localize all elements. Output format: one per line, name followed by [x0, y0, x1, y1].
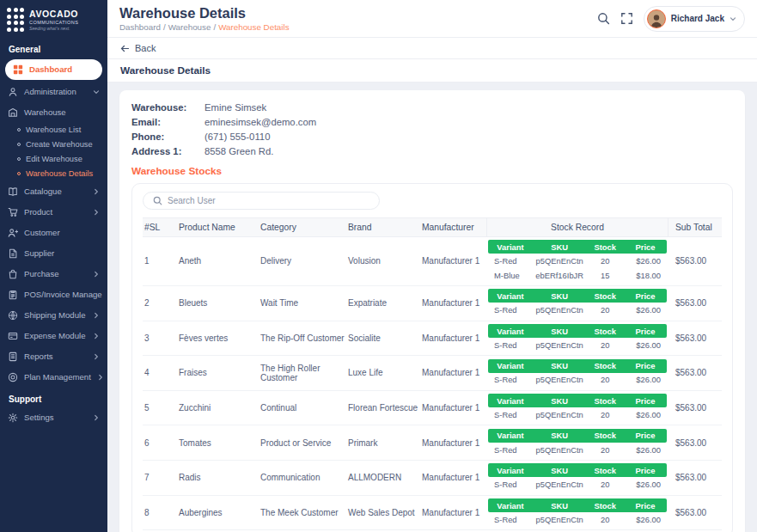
sidebar-item-supplier[interactable]: Supplier	[0, 243, 107, 264]
sidebar-item-label: Reports	[24, 352, 53, 361]
search-user-input[interactable]	[168, 196, 369, 205]
sku-value: p5QEnEnCtn	[533, 303, 586, 317]
sidebar-item-reports[interactable]: Reports	[0, 346, 107, 367]
sidebar-subitem-label: Edit Warehouse	[26, 155, 82, 163]
stock-column-price: Price	[624, 240, 667, 254]
row-manufacturer: Manufacturer 1	[420, 333, 486, 343]
stock-column-stock: Stock	[586, 394, 624, 407]
chevron-right-icon	[97, 374, 104, 381]
column-header-brand: Brand	[346, 218, 420, 236]
stock-variant-row: M-BlueebERf16IbJR15$18.00	[488, 268, 667, 283]
stock-value: 15	[586, 268, 624, 283]
field-row: Address 1:8558 Green Rd.	[131, 144, 733, 159]
sidebar-item-customer[interactable]: Customer	[0, 223, 107, 243]
price-value: $26.00	[624, 303, 667, 317]
row-brand: Web Sales Depot	[346, 508, 420, 517]
row-brand: Volusion	[346, 256, 420, 266]
bullet-icon	[17, 128, 21, 131]
warehouse-details-card: Warehouse:Emine SimsekEmail:eminesimsek@…	[119, 90, 745, 532]
warehouse-stocks-panel: #SLProduct NameCategoryBrandManufacturer…	[131, 183, 733, 532]
stock-record-table: VariantSKUStockPriceS-Redp5QEnEnCtn20$26…	[488, 394, 667, 422]
stock-variant-row: S-Redp5QEnEnCtn20$26.00	[488, 477, 667, 492]
stock-column-variant: Variant	[488, 240, 533, 254]
row-sub-total: $563.00	[668, 508, 722, 517]
sku-value: p5QEnEnCtn	[533, 407, 586, 422]
stocks-table-body: 1AnethDeliveryVolusionManufacturer 1Vari…	[143, 237, 722, 530]
price-value: $26.00	[624, 512, 667, 527]
column-header-product-name: Product Name	[177, 218, 259, 236]
row-product-name: Radis	[177, 473, 259, 482]
sidebar-item-settings[interactable]: Settings	[0, 407, 107, 428]
stock-value: 20	[586, 303, 624, 317]
row-category: Product or Service	[259, 438, 346, 448]
page-title: Warehouse Details	[119, 5, 290, 21]
field-value: eminesimsek@demo.com	[205, 117, 316, 127]
sidebar-subitem-label: Warehouse Details	[26, 169, 93, 178]
stock-column-variant: Variant	[488, 394, 533, 407]
row-sub-total: $563.00	[668, 256, 722, 266]
stock-column-variant: Variant	[488, 498, 533, 512]
sidebar-item-label: Catalogue	[24, 187, 62, 196]
table-row: 1AnethDeliveryVolusionManufacturer 1Vari…	[143, 237, 722, 286]
row-sl: 5	[143, 403, 177, 413]
stock-record-header: VariantSKUStockPrice	[488, 240, 667, 254]
stock-record-header: VariantSKUStockPrice	[488, 498, 667, 512]
main-area: Warehouse Details Dashboard/Warehouse/Wa…	[107, 0, 757, 532]
search-icon[interactable]	[597, 12, 610, 25]
field-label: Address 1:	[131, 146, 205, 156]
sidebar-item-label: Product	[24, 207, 52, 217]
sidebar-item-administration[interactable]: Administration	[0, 82, 107, 102]
stock-record-cell: VariantSKUStockPriceS-Redp5QEnEnCtn20$26…	[486, 498, 668, 527]
variant-value: S-Red	[488, 254, 533, 268]
variant-value: M-Blue	[488, 268, 533, 283]
sidebar-subitem-warehouse-details[interactable]: Warehouse Details	[0, 167, 107, 181]
stock-column-price: Price	[624, 394, 667, 407]
breadcrumb-separator: /	[163, 22, 166, 32]
price-value: $26.00	[624, 254, 667, 268]
row-category: Continual	[259, 403, 346, 413]
breadcrumb-dashboard[interactable]: Dashboard	[119, 22, 161, 32]
field-row: Email:eminesimsek@demo.com	[131, 114, 733, 129]
sku-value: p5QEnEnCtn	[533, 512, 586, 527]
sidebar-subitem-warehouse-list[interactable]: Warehouse List	[0, 123, 107, 138]
field-label: Email:	[131, 117, 205, 127]
avatar	[647, 9, 666, 28]
search-icon	[153, 196, 162, 205]
sidebar-item-catalogue[interactable]: Catalogue	[0, 181, 107, 202]
fullscreen-icon[interactable]	[620, 12, 633, 25]
stock-record-header: VariantSKUStockPrice	[488, 394, 667, 407]
sidebar-item-product[interactable]: Product	[0, 202, 107, 223]
breadcrumb-warehouse[interactable]: Warehouse	[168, 22, 211, 32]
stock-record-cell: VariantSKUStockPriceS-Redp5QEnEnCtn20$26…	[486, 429, 668, 457]
row-product-name: Fèves vertes	[177, 333, 259, 343]
variant-value: S-Red	[488, 443, 533, 457]
stock-column-sku: SKU	[533, 289, 586, 303]
plan-icon	[8, 372, 18, 382]
stock-column-stock: Stock	[586, 359, 624, 373]
stock-record-cell: VariantSKUStockPriceS-Redp5QEnEnCtn20$26…	[486, 359, 668, 388]
price-value: $26.00	[624, 407, 667, 422]
column-header-manufacturer: Manufacturer	[420, 218, 486, 236]
dashboard-icon	[13, 64, 23, 75]
sidebar-item-label: Customer	[24, 228, 60, 237]
sidebar-item-dashboard[interactable]: Dashboard	[5, 59, 102, 80]
sidebar-item-label: Shipping Module	[24, 310, 85, 320]
warehouse-fields: Warehouse:Emine SimsekEmail:eminesimsek@…	[131, 100, 733, 159]
section-title: Warehouse Details	[107, 59, 757, 83]
sidebar-item-expense-module[interactable]: Expense Module	[0, 326, 107, 346]
sidebar-item-shipping-module[interactable]: Shipping Module	[0, 305, 107, 326]
table-row: 6TomatesProduct or ServicePrimarkManufac…	[143, 425, 722, 461]
sidebar-subitem-create-warehouse[interactable]: Create Warehouse	[0, 138, 107, 152]
sidebar-item-plan-management[interactable]: Plan Management	[0, 367, 107, 388]
stock-variant-row: S-Redp5QEnEnCtn20$26.00	[488, 373, 667, 388]
stock-column-stock: Stock	[586, 463, 624, 477]
sidebar-item-pos-invoice-manage[interactable]: POS/Invoice Manage	[0, 284, 107, 305]
field-row: Warehouse:Emine Simsek	[131, 100, 733, 114]
sidebar-item-warehouse[interactable]: Warehouse	[0, 102, 107, 123]
catalogue-icon	[8, 187, 18, 197]
sidebar-item-purchase[interactable]: Purchase	[0, 264, 107, 284]
table-row: 8AuberginesThe Meek CustomerWeb Sales De…	[143, 496, 722, 531]
sidebar-subitem-edit-warehouse[interactable]: Edit Warehouse	[0, 152, 107, 167]
user-menu[interactable]: Richard Jack	[644, 6, 745, 32]
back-link[interactable]: Back	[107, 38, 757, 59]
